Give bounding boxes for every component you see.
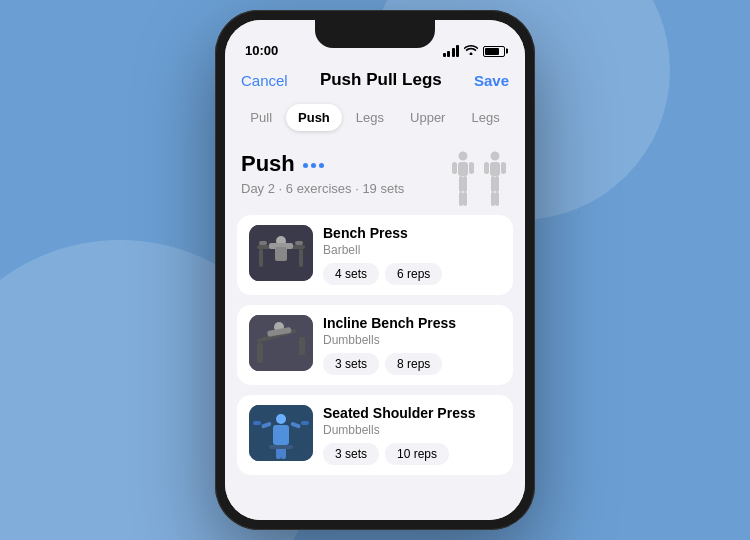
bench-press-illustration: [249, 225, 313, 281]
exercise-badges: 3 sets 10 reps: [323, 443, 501, 465]
push-header: Push Day 2 · 6 exercises · 19 sets: [225, 139, 525, 215]
save-button[interactable]: Save: [474, 72, 509, 89]
exercise-name: Bench Press: [323, 225, 501, 241]
signal-icon: [443, 45, 460, 57]
shoulder-press-illustration: [249, 405, 313, 461]
svg-point-0: [459, 152, 468, 161]
svg-rect-33: [273, 425, 289, 445]
sets-badge[interactable]: 4 sets: [323, 263, 379, 285]
svg-rect-2: [452, 162, 457, 174]
svg-point-32: [276, 414, 286, 424]
exercise-name: Seated Shoulder Press: [323, 405, 501, 421]
svg-rect-5: [463, 176, 467, 192]
svg-rect-19: [299, 249, 303, 267]
content-area: Push Day 2 · 6 exercises · 19 sets: [225, 139, 525, 520]
tab-legs-1[interactable]: Legs: [344, 104, 396, 131]
svg-rect-6: [459, 192, 463, 206]
body-figures: [449, 151, 509, 207]
tab-legs-2[interactable]: Legs: [459, 104, 511, 131]
body-front-icon: [449, 151, 477, 207]
svg-rect-11: [501, 162, 506, 174]
reps-badge[interactable]: 10 reps: [385, 443, 449, 465]
exercise-equipment: Dumbbells: [323, 423, 501, 437]
phone-frame: 10:00 Cancel Push Pul: [215, 10, 535, 530]
svg-rect-18: [259, 249, 263, 267]
svg-rect-24: [275, 247, 287, 261]
dot-2: [311, 163, 316, 168]
svg-rect-4: [459, 176, 463, 192]
svg-rect-15: [495, 192, 499, 206]
dot-1: [303, 163, 308, 168]
svg-rect-13: [495, 176, 499, 192]
battery-icon: [483, 46, 505, 57]
exercise-info-bench-press: Bench Press Barbell 4 sets 6 reps: [323, 225, 501, 285]
svg-rect-9: [490, 162, 500, 176]
svg-rect-30: [299, 337, 305, 355]
push-title-row: Push: [241, 151, 404, 177]
page-title: Push Pull Legs: [320, 70, 442, 90]
svg-rect-23: [295, 241, 303, 245]
svg-rect-14: [491, 192, 495, 206]
exercise-badges: 3 sets 8 reps: [323, 353, 501, 375]
cancel-button[interactable]: Cancel: [241, 72, 288, 89]
push-subtitle: Day 2 · 6 exercises · 19 sets: [241, 181, 404, 196]
svg-rect-37: [301, 421, 309, 425]
tab-pull[interactable]: Pull: [238, 104, 284, 131]
svg-rect-3: [469, 162, 474, 174]
exercise-thumb-incline-bench: [249, 315, 313, 371]
wifi-icon: [464, 44, 478, 58]
notch: [315, 20, 435, 48]
exercise-equipment: Dumbbells: [323, 333, 501, 347]
incline-bench-illustration: [249, 315, 313, 371]
sets-badge[interactable]: 3 sets: [323, 443, 379, 465]
svg-rect-12: [491, 176, 495, 192]
svg-rect-36: [253, 421, 261, 425]
exercise-card-incline-bench[interactable]: Incline Bench Press Dumbbells 3 sets 8 r…: [237, 305, 513, 385]
exercise-card-bench-press[interactable]: Bench Press Barbell 4 sets 6 reps: [237, 215, 513, 295]
exercise-name: Incline Bench Press: [323, 315, 501, 331]
exercise-card-shoulder-press[interactable]: Seated Shoulder Press Dumbbells 3 sets 1…: [237, 395, 513, 475]
exercise-info-incline-bench: Incline Bench Press Dumbbells 3 sets 8 r…: [323, 315, 501, 375]
tab-upper[interactable]: Upper: [398, 104, 457, 131]
exercise-info-shoulder-press: Seated Shoulder Press Dumbbells 3 sets 1…: [323, 405, 501, 465]
svg-rect-22: [259, 241, 267, 245]
exercise-thumb-shoulder-press: [249, 405, 313, 461]
body-back-icon: [481, 151, 509, 207]
svg-rect-7: [463, 192, 467, 206]
svg-point-8: [491, 152, 500, 161]
reps-badge[interactable]: 8 reps: [385, 353, 442, 375]
more-button[interactable]: [303, 163, 324, 168]
phone-screen: 10:00 Cancel Push Pul: [225, 20, 525, 520]
exercise-list: Bench Press Barbell 4 sets 6 reps: [225, 215, 525, 520]
status-time: 10:00: [245, 43, 278, 58]
push-title: Push: [241, 151, 295, 177]
tabs-container: Pull Push Legs Upper Legs: [225, 98, 525, 139]
sets-badge[interactable]: 3 sets: [323, 353, 379, 375]
dot-3: [319, 163, 324, 168]
tab-push[interactable]: Push: [286, 104, 342, 131]
reps-badge[interactable]: 6 reps: [385, 263, 442, 285]
svg-rect-29: [257, 343, 263, 363]
exercise-thumb-bench-press: [249, 225, 313, 281]
svg-rect-10: [484, 162, 489, 174]
svg-rect-40: [269, 445, 293, 449]
svg-rect-1: [458, 162, 468, 176]
status-icons: [443, 44, 506, 58]
exercise-equipment: Barbell: [323, 243, 501, 257]
push-info: Push Day 2 · 6 exercises · 19 sets: [241, 151, 404, 196]
nav-bar: Cancel Push Pull Legs Save: [225, 64, 525, 98]
exercise-badges: 4 sets 6 reps: [323, 263, 501, 285]
